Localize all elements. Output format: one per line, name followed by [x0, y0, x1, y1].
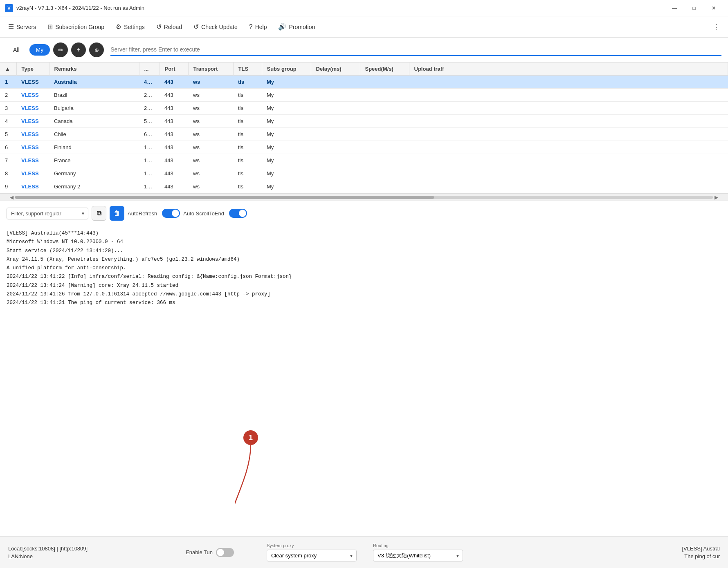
cell: 443 [160, 102, 188, 115]
menu-help[interactable]: ? Help [244, 20, 272, 34]
routing-select[interactable]: V3-绕过大陆(Whitelist) [373, 550, 463, 561]
copy-log-button[interactable]: ⧉ [92, 206, 106, 221]
tab-all[interactable]: All [7, 44, 26, 56]
settings-icon: ⚙ [116, 23, 121, 31]
remarks-cell: Germany [49, 167, 139, 180]
table-header: ▲ Type Remarks ... Port Transport TLS Su… [0, 63, 728, 76]
edit-button[interactable]: ✏ [53, 42, 68, 57]
maximize-button[interactable]: □ [685, 2, 703, 14]
cell [311, 76, 360, 89]
cell [311, 141, 360, 154]
routing-section: Routing V3-绕过大陆(Whitelist) ▼ [373, 543, 463, 561]
log-line: Xray 24.11.5 (Xray, Penetrates Everythin… [7, 255, 721, 264]
cell [360, 167, 409, 180]
table-row[interactable]: 3VLESSBulgaria213....443wstlsMy [0, 102, 728, 115]
table-wrapper: ▲ Type Remarks ... Port Transport TLS Su… [0, 63, 728, 193]
cell: tls [233, 167, 262, 180]
cell [360, 141, 409, 154]
cell: 443 [160, 154, 188, 167]
cell: My [262, 89, 311, 102]
cell [409, 76, 728, 89]
cell [409, 154, 728, 167]
cell: 6 [0, 141, 16, 154]
check-update-icon: ↺ [193, 23, 199, 31]
log-line: Microsoft Windows NT 10.0.22000.0 - 64 [7, 238, 721, 246]
col-delay-header: Delay(ms) [311, 63, 360, 76]
table-row[interactable]: 9VLESSGermany 2167....443wstlsMy [0, 180, 728, 193]
server-table: ▲ Type Remarks ... Port Transport TLS Su… [0, 63, 728, 193]
menu-subscription-label: Subscription Group [55, 24, 104, 30]
add-button[interactable]: + [71, 42, 86, 57]
col-sort-icon: ▲ [0, 63, 16, 76]
minimize-button[interactable]: — [665, 2, 684, 14]
cell: ws [188, 102, 233, 115]
cell [360, 89, 409, 102]
scroll-thumb[interactable] [15, 196, 434, 199]
table-row[interactable]: 7VLESSFrance193....443wstlsMy [0, 154, 728, 167]
status-server: [VLESS] Austral [682, 546, 720, 552]
cell: tls [233, 180, 262, 193]
table-row[interactable]: 5VLESSChile64.1...443wstlsMy [0, 128, 728, 141]
cell: 2 [0, 89, 16, 102]
system-proxy-select[interactable]: Clear system proxy Set system proxy [267, 550, 357, 561]
scroll-left-arrow[interactable]: ◀ [8, 195, 15, 200]
search-input[interactable] [110, 44, 721, 56]
col-upload-header: Upload traff [409, 63, 728, 76]
cell: 443 [160, 89, 188, 102]
cell: 8 [0, 167, 16, 180]
cell: 3 [0, 102, 16, 115]
log-line: 2024/11/22 13:41:31 The ping of current … [7, 299, 721, 307]
table-row[interactable]: 2VLESSBrazil216....443wstlsMy [0, 89, 728, 102]
menu-reload[interactable]: ↺ Reload [151, 20, 187, 34]
filter-select[interactable]: Filter, support regular [7, 208, 88, 219]
cell: 443 [160, 76, 188, 89]
table-row[interactable]: 6VLESSFinland135....443wstlsMy [0, 141, 728, 154]
table-row[interactable]: 4VLESSCanada51.2...443wstlsMy [0, 115, 728, 128]
scroll-track[interactable] [15, 196, 713, 199]
menu-settings[interactable]: ⚙ Settings [111, 20, 150, 34]
cell: 5 [0, 128, 16, 141]
cell: 51.2... [139, 115, 160, 128]
menu-more-button[interactable]: ⋮ [708, 19, 725, 35]
menu-check-update[interactable]: ↺ Check Update [189, 20, 243, 34]
qr-button[interactable]: ⊕ [89, 42, 104, 57]
menu-promotion[interactable]: 🔊 Promotion [273, 20, 320, 34]
menu-servers-label: Servers [16, 24, 36, 30]
close-button[interactable]: ✕ [704, 2, 723, 14]
autorefresh-label: AutoRefresh [128, 210, 157, 217]
server-table-container: ▲ Type Remarks ... Port Transport TLS Su… [0, 63, 728, 201]
app-icon: V [5, 4, 13, 12]
status-ping: The ping of cur [682, 553, 720, 559]
horizontal-scrollbar[interactable]: ◀ ▶ [0, 193, 728, 201]
cell [311, 89, 360, 102]
remarks-cell: Chile [49, 128, 139, 141]
col-speed-header: Speed(M/s) [360, 63, 409, 76]
log-line: A unified platform for anti-censorship. [7, 264, 721, 273]
scrolltoend-toggle[interactable] [229, 209, 247, 218]
menu-servers[interactable]: ☰ Servers [3, 20, 41, 34]
autorefresh-toggle[interactable] [162, 209, 180, 218]
cell: tls [233, 115, 262, 128]
log-content: [VLESS] Australia(45***14:443)Microsoft … [7, 229, 721, 307]
menu-subscription[interactable]: ⊞ Subscription Group [43, 20, 109, 34]
tab-my[interactable]: My [29, 44, 50, 56]
cell: ws [188, 128, 233, 141]
cell [360, 180, 409, 193]
type-cell: VLESS [16, 154, 49, 167]
table-row[interactable]: 8VLESSGermany144....443wstlsMy [0, 167, 728, 180]
cell: 213.... [139, 102, 160, 115]
cell [311, 154, 360, 167]
table-row[interactable]: 1VLESSAustralia45.6...443wstlsMy [0, 76, 728, 89]
cell: tls [233, 128, 262, 141]
cell [360, 128, 409, 141]
enable-tun-toggle[interactable] [216, 548, 234, 557]
clear-log-button[interactable]: 🗑 [110, 206, 124, 221]
remarks-cell: Germany 2 [49, 180, 139, 193]
cell: My [262, 180, 311, 193]
cell [409, 141, 728, 154]
cell: 7 [0, 154, 16, 167]
cell [311, 180, 360, 193]
proxy-section: System proxy Clear system proxy Set syst… [267, 543, 357, 561]
log-line: [VLESS] Australia(45***14:443) [7, 229, 721, 238]
scroll-right-arrow[interactable]: ▶ [713, 195, 720, 200]
